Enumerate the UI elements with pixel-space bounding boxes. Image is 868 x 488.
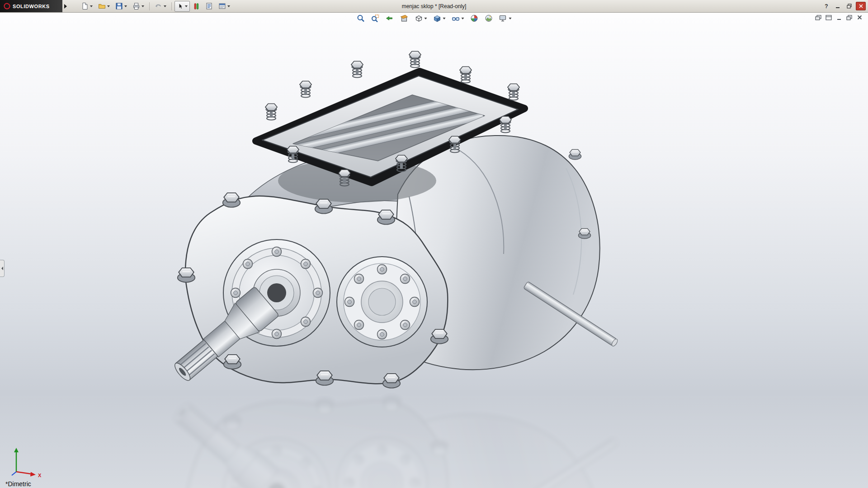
- dropdown-arrow-icon[interactable]: [185, 5, 188, 7]
- dropdown-arrow-icon[interactable]: [443, 18, 446, 19]
- options-icon: [218, 2, 226, 10]
- cascade-windows-button[interactable]: [814, 14, 822, 21]
- section-view-icon: [400, 14, 409, 23]
- y-axis-arrowhead: [14, 448, 19, 452]
- view-settings-button[interactable]: [498, 14, 513, 23]
- restore-document-button[interactable]: [845, 14, 853, 21]
- undo-button[interactable]: [152, 1, 169, 12]
- apply-scene-icon: [485, 14, 493, 23]
- undo-icon: [155, 2, 162, 10]
- dropdown-arrow-icon[interactable]: [509, 18, 512, 19]
- x-axis-label: X: [38, 473, 42, 478]
- display-style-icon: [433, 14, 442, 23]
- dropdown-arrow-icon[interactable]: [425, 18, 427, 19]
- section-view-button[interactable]: [399, 14, 410, 23]
- feature-panel-collapse-tab[interactable]: [0, 260, 5, 277]
- new-document-button[interactable]: [79, 1, 95, 12]
- dropdown-arrow-icon[interactable]: [107, 5, 110, 7]
- view-orientation-icon: [415, 14, 423, 23]
- rebuild-icon: [193, 3, 200, 10]
- heads-up-view-toolbar: [356, 14, 513, 23]
- open-button[interactable]: [96, 1, 112, 12]
- close-document-button[interactable]: [856, 14, 863, 21]
- dropdown-arrow-icon[interactable]: [124, 5, 127, 7]
- minimize-window-button[interactable]: [833, 2, 842, 10]
- zoom-to-fit-icon: [357, 14, 365, 23]
- view-settings-icon: [499, 14, 508, 23]
- dropdown-arrow-icon[interactable]: [462, 18, 464, 19]
- graphics-viewport[interactable]: X *Dimetric: [0, 12, 868, 488]
- minimize-icon: [835, 4, 840, 9]
- cascade-windows-icon: [815, 15, 821, 20]
- select-button[interactable]: [175, 1, 190, 12]
- edit-appearance-icon: [470, 14, 479, 23]
- open-folder-icon: [98, 2, 106, 10]
- select-cursor-icon: [177, 3, 184, 9]
- display-style-button[interactable]: [432, 14, 447, 23]
- help-button[interactable]: ?: [822, 2, 831, 10]
- main-toolbar: [79, 1, 232, 12]
- zoom-to-area-icon: [371, 14, 380, 23]
- close-document-icon: [857, 15, 862, 20]
- apply-scene-button[interactable]: [484, 14, 494, 23]
- previous-view-icon: [386, 14, 394, 23]
- toolbar-separator: [149, 2, 150, 10]
- dropdown-arrow-icon[interactable]: [164, 5, 166, 7]
- titlebar: SOLIDWORKS: [0, 0, 868, 13]
- options-button[interactable]: [216, 1, 232, 12]
- view-orientation-button[interactable]: [414, 14, 428, 23]
- brand-text: SOLIDWORKS: [13, 4, 50, 9]
- close-icon: [859, 4, 863, 8]
- window-title: menjac sklop * [Read-only]: [402, 0, 467, 12]
- z-axis-arrow: [12, 472, 16, 475]
- dropdown-arrow-icon[interactable]: [227, 5, 230, 7]
- file-properties-button[interactable]: [203, 1, 215, 12]
- hide-show-items-button[interactable]: [451, 14, 465, 23]
- restore-document-icon: [846, 15, 852, 20]
- ds-logo-icon: [4, 3, 10, 9]
- tile-windows-icon: [826, 15, 832, 20]
- x-axis-arrow: [16, 472, 32, 474]
- orientation-triad[interactable]: X: [8, 442, 44, 478]
- document-window-controls: [814, 14, 863, 21]
- new-document-icon: [81, 2, 89, 10]
- zoom-to-fit-button[interactable]: [356, 14, 366, 23]
- dropdown-arrow-icon[interactable]: [142, 5, 144, 7]
- dropdown-arrow-icon[interactable]: [90, 5, 93, 7]
- restore-icon: [847, 4, 852, 9]
- view-orientation-label: *Dimetric: [5, 480, 31, 488]
- close-window-button[interactable]: [856, 2, 866, 10]
- toolbar-separator: [171, 2, 172, 10]
- print-button[interactable]: [130, 1, 146, 12]
- gearbox-model: [0, 12, 868, 488]
- rebuild-button[interactable]: [191, 1, 202, 12]
- solidworks-logo: SOLIDWORKS: [0, 0, 62, 12]
- save-icon: [115, 2, 123, 10]
- hide-show-items-icon: [452, 14, 460, 23]
- print-icon: [132, 2, 140, 10]
- edit-appearance-button[interactable]: [469, 14, 480, 23]
- window-controls: ?: [822, 0, 866, 12]
- previous-view-button[interactable]: [385, 14, 395, 23]
- file-properties-icon: [205, 2, 213, 10]
- zoom-to-area-button[interactable]: [370, 14, 381, 23]
- save-button[interactable]: [113, 1, 129, 12]
- model-reflection: [167, 395, 619, 488]
- collapse-arrow-icon: [1, 267, 3, 270]
- minimize-document-button[interactable]: [835, 14, 843, 21]
- menu-expand-icon[interactable]: [64, 4, 67, 9]
- restore-window-button[interactable]: [844, 2, 854, 10]
- x-axis-arrowhead: [30, 472, 36, 477]
- minimize-document-icon: [836, 15, 842, 20]
- tile-windows-button[interactable]: [825, 14, 832, 21]
